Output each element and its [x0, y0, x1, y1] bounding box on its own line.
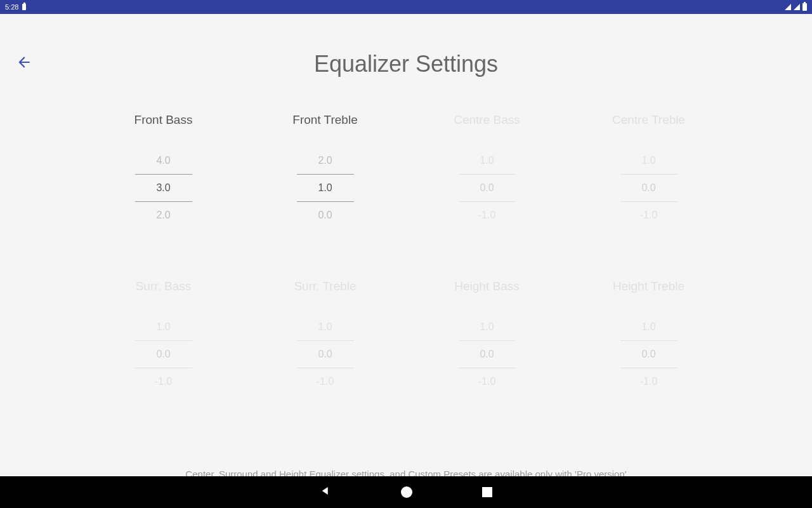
- nav-home-button[interactable]: [401, 486, 412, 498]
- picker-value-below: -1.0: [620, 368, 678, 395]
- picker-value-selected: 0.0: [135, 340, 192, 368]
- signal-icon: [794, 4, 800, 10]
- eq-label: Front Treble: [292, 113, 357, 127]
- picker-value-below: -1.0: [297, 368, 354, 395]
- eq-picker-front-treble[interactable]: 2.0 1.0 0.0: [297, 147, 354, 229]
- eq-column-surr-treble: Surr. Treble 1.0 0.0 -1.0: [263, 279, 387, 395]
- picker-value-above: 1.0: [459, 147, 516, 174]
- picker-value-selected: 3.0: [135, 174, 192, 202]
- android-nav-bar: [0, 476, 812, 508]
- picker-value-above: 1.0: [135, 314, 192, 340]
- status-clock: 5:28: [5, 3, 18, 11]
- battery-small-icon: [22, 4, 26, 10]
- eq-column-front-treble: Front Treble 2.0 1.0 0.0: [263, 113, 387, 229]
- picker-value-selected: 0.0: [620, 174, 678, 202]
- picker-value-above: 1.0: [297, 314, 354, 340]
- eq-label: Surr. Treble: [294, 279, 356, 293]
- eq-label: Centre Bass: [454, 113, 520, 127]
- picker-value-above: 1.0: [459, 314, 516, 340]
- eq-column-height-treble: Height Treble 1.0 0.0 -1.0: [587, 279, 710, 395]
- picker-value-above: 1.0: [620, 314, 678, 340]
- pro-version-note: Center, Surround and Height Equalizer se…: [0, 469, 812, 476]
- picker-value-selected: 0.0: [459, 174, 516, 202]
- picker-value-above: 4.0: [135, 147, 192, 174]
- eq-label: Height Treble: [613, 279, 684, 293]
- app-content: Equalizer Settings Front Bass 4.0 3.0 2.…: [0, 14, 812, 476]
- battery-icon: [802, 3, 807, 11]
- eq-column-centre-bass: Centre Bass 1.0 0.0 -1.0: [425, 113, 549, 229]
- triangle-left-icon: [320, 485, 331, 497]
- picker-value-below: -1.0: [135, 368, 192, 395]
- eq-picker-surr-treble: 1.0 0.0 -1.0: [297, 314, 354, 395]
- nav-recent-button[interactable]: [482, 487, 492, 497]
- eq-column-height-bass: Height Bass 1.0 0.0 -1.0: [425, 279, 549, 395]
- picker-value-above: 2.0: [297, 147, 354, 174]
- picker-value-above: 1.0: [620, 147, 678, 174]
- picker-value-below: -1.0: [620, 202, 678, 229]
- eq-picker-centre-treble: 1.0 0.0 -1.0: [620, 147, 678, 229]
- eq-column-surr-bass: Surr. Bass 1.0 0.0 -1.0: [102, 279, 225, 395]
- picker-value-below: -1.0: [459, 202, 516, 229]
- eq-label: Height Bass: [454, 279, 519, 293]
- picker-value-selected: 1.0: [297, 174, 354, 202]
- picker-value-below: -1.0: [459, 368, 516, 395]
- picker-value-selected: 0.0: [620, 340, 678, 368]
- eq-picker-front-bass[interactable]: 4.0 3.0 2.0: [135, 147, 192, 229]
- eq-picker-centre-bass: 1.0 0.0 -1.0: [459, 147, 516, 229]
- picker-value-selected: 0.0: [459, 340, 516, 368]
- eq-picker-surr-bass: 1.0 0.0 -1.0: [135, 314, 192, 395]
- wifi-icon: [785, 4, 791, 10]
- eq-label: Front Bass: [134, 113, 193, 127]
- eq-column-front-bass: Front Bass 4.0 3.0 2.0: [102, 113, 225, 229]
- eq-column-centre-treble: Centre Treble 1.0 0.0 -1.0: [587, 113, 710, 229]
- eq-label: Centre Treble: [612, 113, 685, 127]
- eq-picker-height-bass: 1.0 0.0 -1.0: [459, 314, 516, 395]
- equalizer-grid: Front Bass 4.0 3.0 2.0 Front Treble 2.0 …: [0, 77, 812, 395]
- picker-value-below: 0.0: [297, 202, 354, 229]
- eq-label: Surr. Bass: [136, 279, 192, 293]
- picker-value-selected: 0.0: [297, 340, 354, 368]
- back-button[interactable]: [15, 53, 33, 71]
- arrow-left-icon: [16, 54, 32, 70]
- picker-value-below: 2.0: [135, 202, 192, 229]
- nav-back-button[interactable]: [320, 485, 331, 499]
- android-status-bar: 5:28: [0, 0, 812, 14]
- page-title: Equalizer Settings: [0, 14, 812, 77]
- eq-picker-height-treble: 1.0 0.0 -1.0: [620, 314, 678, 395]
